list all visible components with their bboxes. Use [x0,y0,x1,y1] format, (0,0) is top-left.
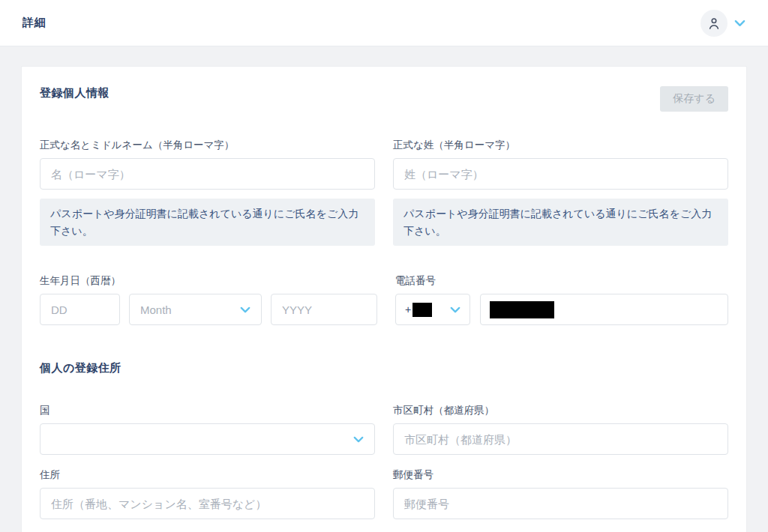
last-name-help-note: パスポートや身分証明書に記載されている通りにご氏名をご入力下さい。 [393,199,728,246]
dob-phone-row: 生年月日（西暦） Month 電話番号 [40,274,728,325]
phone-country-code-select[interactable]: + [395,294,470,325]
city-field: 市区町村（都道府県） [393,404,728,455]
first-name-help-note: パスポートや身分証明書に記載されている通りにご氏名をご入力下さい。 [40,199,375,246]
country-city-row: 国 市区町村（都道府県） [40,404,728,455]
topbar: 詳細 [0,0,768,46]
country-field: 国 [40,404,375,455]
first-name-field: 正式な名とミドルネーム（半角ローマ字） パスポートや身分証明書に記載されている通… [40,139,375,246]
chevron-down-icon [240,306,250,313]
phone-country-code-value: + [405,303,432,317]
country-select[interactable] [40,423,375,455]
section-heading-personal-info: 登録個人情報 [40,86,110,100]
dob-inputs: Month [40,294,377,325]
redacted-country-code [412,303,432,317]
street-postcode-row: 住所 郵便番号 [40,468,728,519]
dob-day-input[interactable] [40,294,120,325]
page-background: 登録個人情報 保存する 正式な名とミドルネーム（半角ローマ字） パスポートや身分… [0,46,768,532]
postcode-field: 郵便番号 [393,468,728,519]
user-icon [706,16,722,31]
postcode-input[interactable] [393,488,728,519]
save-button[interactable]: 保存する [660,86,728,112]
last-name-field: 正式な姓（半角ローマ字） パスポートや身分証明書に記載されている通りにご氏名をご… [393,139,728,246]
street-address-label: 住所 [40,468,375,482]
postcode-label: 郵便番号 [393,468,728,482]
plus-prefix: + [405,303,411,315]
dob-label: 生年月日（西暦） [40,274,377,288]
phone-number-input[interactable] [480,294,728,325]
page-title: 詳細 [22,16,46,30]
dob-year-input[interactable] [271,294,377,325]
avatar[interactable] [700,10,728,37]
first-name-input[interactable] [40,158,375,190]
city-input[interactable] [393,423,728,455]
personal-info-card: 登録個人情報 保存する 正式な名とミドルネーム（半角ローマ字） パスポートや身分… [21,66,747,532]
account-menu[interactable] [700,10,746,37]
card-header-row: 登録個人情報 保存する [40,86,728,112]
section-heading-address: 個人の登録住所 [40,361,728,375]
chevron-down-icon [353,436,364,443]
last-name-label: 正式な姓（半角ローマ字） [393,139,728,152]
phone-field: 電話番号 + [395,274,728,325]
redacted-phone-number [490,301,554,318]
chevron-down-icon [450,306,460,313]
last-name-input[interactable] [393,158,728,190]
dob-month-select[interactable]: Month [129,294,262,325]
street-address-input[interactable] [40,488,375,519]
phone-label: 電話番号 [395,274,728,288]
street-address-field: 住所 [40,468,375,519]
dob-month-placeholder: Month [140,303,172,316]
first-name-label: 正式な名とミドルネーム（半角ローマ字） [40,139,375,152]
dob-field: 生年月日（西暦） Month [40,274,377,325]
name-fields-row: 正式な名とミドルネーム（半角ローマ字） パスポートや身分証明書に記載されている通… [40,139,728,246]
city-label: 市区町村（都道府県） [393,404,728,417]
chevron-down-icon[interactable] [734,19,746,27]
phone-inputs: + [395,294,728,325]
country-label: 国 [40,404,375,417]
